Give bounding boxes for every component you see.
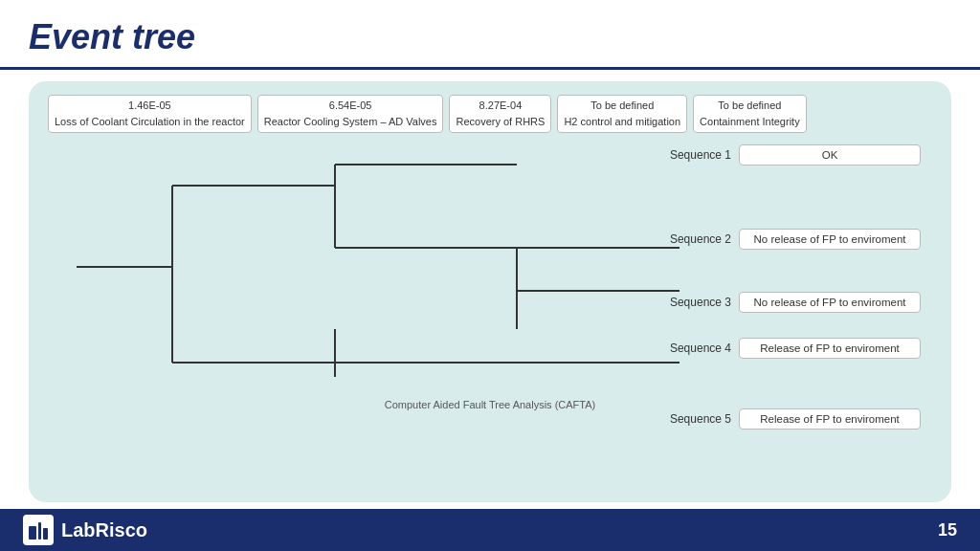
box5-label: Containment Integrity — [700, 115, 800, 128]
seq4-label: Sequence 4 — [655, 342, 731, 355]
box3-label: Recovery of RHRS — [456, 115, 545, 128]
seq1-result: OK — [739, 144, 921, 165]
seq1-label: Sequence 1 — [655, 148, 731, 162]
seq5-result: Release of FP to enviroment — [739, 408, 921, 430]
logo-icon — [23, 515, 54, 545]
top-box-5: To be defined Containment Integrity — [693, 95, 807, 133]
seq4-result: Release of FP to enviroment — [739, 338, 921, 359]
box5-freq: To be defined — [700, 99, 800, 111]
svg-rect-14 — [29, 526, 36, 540]
seq-row-3: Sequence 3 No release of FP to enviromen… — [655, 280, 932, 324]
box4-freq: To be defined — [564, 99, 680, 111]
seq2-label: Sequence 2 — [655, 232, 731, 246]
box4-label: H2 control and mitigation — [564, 115, 680, 128]
seq-row-1: Sequence 1 OK — [655, 133, 932, 177]
seq-row-4: Sequence 4 Release of FP to enviroment — [655, 326, 932, 370]
seq3-label: Sequence 3 — [655, 296, 731, 309]
logo-svg — [27, 518, 50, 541]
event-tree-container: 1.46E-05 Loss of Coolant Circulation in … — [29, 81, 951, 502]
seq3-result: No release of FP to enviroment — [739, 292, 921, 313]
box2-freq: 6.54E-05 — [264, 99, 437, 111]
footer-logo: LabRisco — [23, 515, 147, 545]
page-title: Event tree — [29, 17, 951, 57]
seq-row-5: Sequence 5 Release of FP to enviroment — [655, 397, 932, 441]
top-box-3: 8.27E-04 Recovery of RHRS — [449, 95, 551, 133]
page-header: Event tree — [0, 0, 980, 70]
svg-rect-16 — [43, 528, 48, 540]
box1-freq: 1.46E-05 — [55, 99, 245, 111]
box3-freq: 8.27E-04 — [456, 99, 545, 111]
event-tree-svg — [48, 143, 689, 391]
seq-row-2: Sequence 2 No release of FP to enviromen… — [655, 217, 932, 261]
page-footer: LabRisco 15 — [0, 509, 980, 551]
box2-label: Reactor Cooling System – AD Valves — [264, 115, 437, 128]
seq2-result: No release of FP to enviroment — [739, 229, 921, 250]
seq5-label: Sequence 5 — [655, 412, 731, 426]
top-box-2: 6.54E-05 Reactor Cooling System – AD Val… — [257, 95, 444, 133]
box1-label: Loss of Coolant Circulation in the react… — [55, 115, 245, 128]
main-content: 1.46E-05 Loss of Coolant Circulation in … — [0, 70, 980, 514]
tree-area: Sequence 1 OK Sequence 2 No release of F… — [48, 143, 932, 391]
top-box-1: 1.46E-05 Loss of Coolant Circulation in … — [48, 95, 252, 133]
footer-page-number: 15 — [938, 520, 957, 540]
footer-logo-text: LabRisco — [61, 519, 147, 541]
svg-rect-15 — [38, 522, 41, 540]
top-box-4: To be defined H2 control and mitigation — [557, 95, 687, 133]
top-boxes-row: 1.46E-05 Loss of Coolant Circulation in … — [48, 95, 932, 133]
sequences-column: Sequence 1 OK Sequence 2 No release of F… — [655, 133, 932, 441]
